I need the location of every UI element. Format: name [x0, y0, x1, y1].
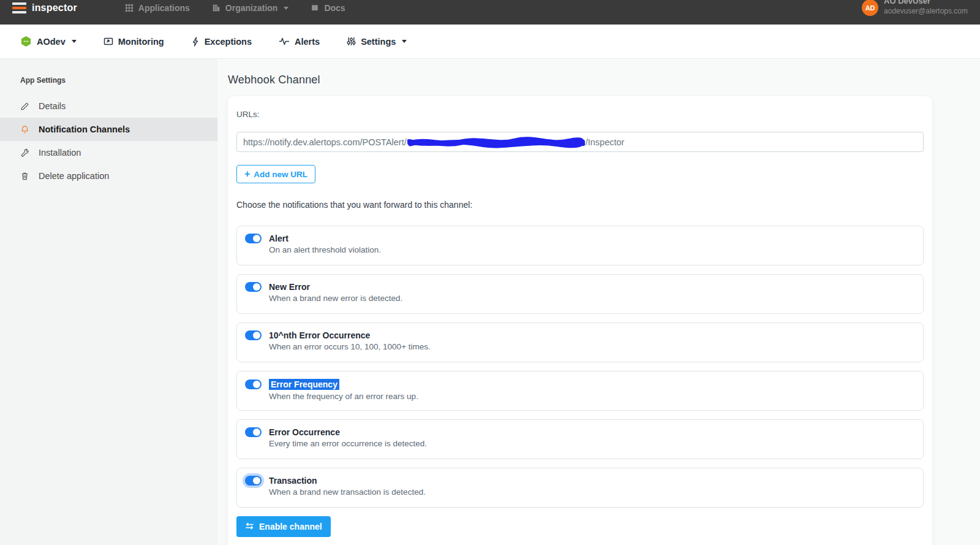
app-hexagon-icon: [20, 36, 32, 47]
notification-card-error-frequency: Error Frequency When the frequency of an…: [236, 371, 924, 411]
notification-title: Transaction: [269, 476, 317, 486]
appnav-monitoring-label: Monitoring: [118, 37, 164, 47]
pencil-icon: [20, 102, 29, 111]
url-input[interactable]: https://notify.dev.alertops.com/POSTAler…: [236, 132, 924, 152]
building-icon: [212, 4, 221, 12]
topnav-applications[interactable]: Applications: [125, 3, 190, 13]
url-suffix: /Inspector: [586, 137, 625, 147]
sidebar-item-label: Details: [39, 101, 66, 111]
urls-label: URLs:: [236, 110, 924, 119]
notification-card-alert: Alert On an alert threshold violation.: [236, 226, 924, 265]
swap-arrows-icon: [245, 522, 254, 532]
sidebar-item-label: Delete application: [39, 171, 109, 181]
main-content: Webhook Channel URLs: https://notify.dev…: [217, 59, 980, 545]
lightning-icon: [191, 37, 200, 47]
notification-description: On an alert threshold violation.: [269, 245, 915, 254]
user-email: aodevuser@alertops.com: [884, 7, 968, 15]
brand-name: inspector: [32, 2, 77, 13]
add-url-button[interactable]: + Add new URL: [236, 165, 315, 183]
topnav-organization[interactable]: Organization: [212, 3, 289, 13]
notification-title: Alert: [269, 234, 288, 243]
appnav-alerts[interactable]: Alerts: [279, 37, 320, 47]
sidebar-item-notification-channels[interactable]: Notification Channels: [0, 118, 217, 141]
appnav-settings[interactable]: Settings: [347, 37, 407, 47]
bell-icon: [20, 125, 29, 134]
topnav-docs-label: Docs: [324, 3, 345, 13]
topnav-docs[interactable]: Docs: [311, 3, 345, 13]
appnav-exceptions[interactable]: Exceptions: [191, 37, 252, 47]
appnav-settings-label: Settings: [361, 37, 396, 47]
notification-description: When a brand new error is detected.: [269, 294, 915, 303]
notification-description: When an error occurs 10, 100, 1000+ time…: [269, 342, 915, 351]
notification-card-transaction: Transaction When a brand new transaction…: [236, 468, 924, 508]
chevron-down-icon: [72, 40, 77, 43]
toggle-new-error[interactable]: [245, 282, 262, 292]
appnav-monitoring[interactable]: Monitoring: [104, 37, 164, 47]
brand-logo[interactable]: inspector: [12, 2, 77, 13]
page-title: Webhook Channel: [228, 74, 932, 86]
notification-description: When a brand new transaction is detected…: [269, 487, 915, 497]
chevron-down-icon: [402, 40, 407, 43]
pulse-icon: [279, 37, 290, 45]
trash-icon: [20, 172, 29, 181]
sliders-icon: [347, 37, 356, 46]
notification-card-10-nth-error-occurrence: 10^nth Error Occurrence When an error oc…: [236, 322, 924, 362]
enable-channel-button[interactable]: Enable channel: [236, 516, 331, 537]
sidebar-item-label: Installation: [39, 148, 81, 158]
toggle-alert[interactable]: [245, 234, 262, 243]
notification-title: 10^nth Error Occurrence: [269, 330, 370, 340]
sidebar-item-details[interactable]: Details: [0, 94, 217, 118]
add-url-label: Add new URL: [254, 170, 307, 179]
notification-list: Alert On an alert threshold violation. N…: [236, 226, 924, 508]
inspector-logo-icon: [12, 2, 26, 13]
user-menu[interactable]: AD AO DevUser aodevuser@alertops.com: [862, 0, 968, 16]
notification-title: Error Frequency: [269, 379, 339, 390]
topnav-organization-label: Organization: [225, 3, 278, 13]
notification-card-new-error: New Error When a brand new error is dete…: [236, 274, 924, 314]
grid-icon: [125, 4, 134, 12]
notification-title: Error Occurrence: [269, 427, 340, 437]
wrench-icon: [20, 148, 29, 158]
settings-sidebar: App Settings Details Notification Channe…: [0, 59, 217, 545]
appnav-project-switcher[interactable]: AOdev: [20, 36, 77, 47]
toggle-error-occurrence[interactable]: [245, 427, 262, 437]
redaction-scribble-icon: [407, 135, 585, 149]
app-navigation: AOdev Monitoring Exceptions Alerts Setti…: [0, 25, 980, 59]
user-info: AO DevUser aodevuser@alertops.com: [884, 0, 968, 16]
notification-card-error-occurrence: Error Occurrence Every time an error occ…: [236, 419, 924, 459]
webhook-channel-card: URLs: https://notify.dev.alertops.com/PO…: [228, 96, 932, 545]
enable-channel-label: Enable channel: [259, 522, 322, 532]
top-navigation: Applications Organization Docs: [125, 2, 345, 13]
book-icon: [311, 4, 319, 12]
topbar: inspector Applications Organization Docs…: [0, 0, 980, 25]
notification-description: Every time an error occurrence is detect…: [269, 439, 915, 448]
url-prefix: https://notify.dev.alertops.com/POSTAler…: [243, 137, 407, 147]
topnav-applications-label: Applications: [138, 3, 190, 13]
sidebar-item-delete-application[interactable]: Delete application: [0, 164, 217, 188]
toggle-error-frequency[interactable]: [245, 379, 262, 389]
notification-title: New Error: [269, 282, 310, 292]
user-name: AO DevUser: [884, 0, 968, 6]
choose-notifications-text: Choose the notifications that you want f…: [236, 200, 924, 210]
plus-icon: +: [244, 169, 250, 179]
toggle-10-nth-error-occurrence[interactable]: [245, 330, 262, 340]
appnav-alerts-label: Alerts: [295, 37, 320, 47]
monitor-icon: [104, 37, 113, 47]
notification-description: When the frequency of an error rears up.: [269, 392, 915, 401]
avatar: AD: [862, 0, 878, 16]
toggle-transaction[interactable]: [245, 476, 262, 486]
appnav-exceptions-label: Exceptions: [205, 37, 252, 47]
sidebar-item-installation[interactable]: Installation: [0, 141, 217, 164]
appnav-project-label: AOdev: [37, 37, 66, 47]
chevron-down-icon: [284, 7, 288, 10]
sidebar-heading: App Settings: [0, 76, 217, 94]
sidebar-item-label: Notification Channels: [39, 124, 130, 134]
